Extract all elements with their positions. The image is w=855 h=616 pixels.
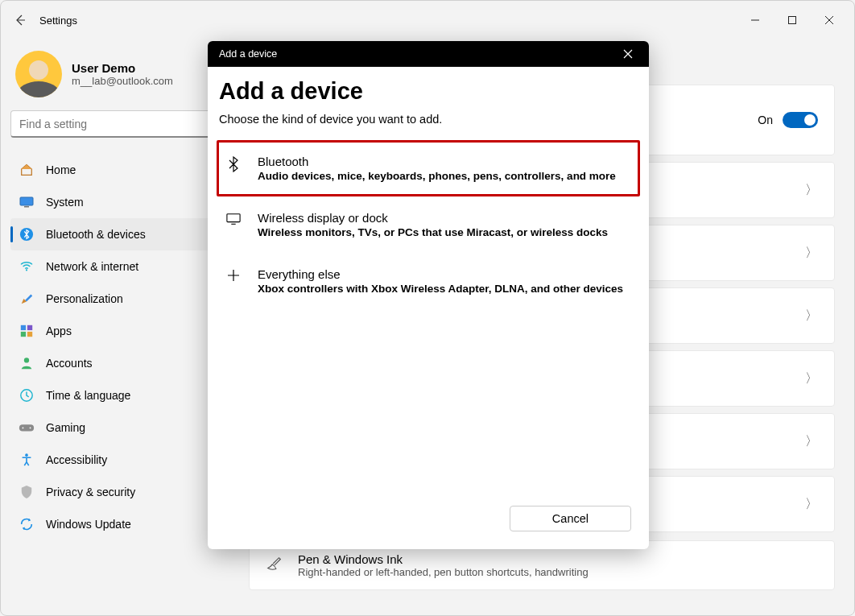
option-everything-else[interactable]: Everything else Xbox controllers with Xb… xyxy=(219,253,638,309)
svg-point-14 xyxy=(25,453,28,457)
svg-rect-7 xyxy=(21,332,26,337)
profile-name: User Demo xyxy=(72,61,173,75)
minimize-button[interactable] xyxy=(737,7,774,33)
profile-email: m__lab@outlook.com xyxy=(72,75,173,87)
brush-icon xyxy=(19,291,35,307)
person-icon xyxy=(19,355,35,371)
option-title: Wireless display or dock xyxy=(258,211,608,225)
back-button[interactable] xyxy=(7,7,33,33)
accessibility-icon xyxy=(19,452,35,468)
option-subtitle: Audio devices, mice, keyboards, phones, … xyxy=(258,170,616,182)
sidebar-item-label: Gaming xyxy=(46,421,85,434)
bluetooth-toggle[interactable] xyxy=(783,112,818,128)
bluetooth-icon xyxy=(225,156,242,172)
modal-subtitle: Choose the kind of device you want to ad… xyxy=(219,113,638,126)
pen-title: Pen & Windows Ink xyxy=(298,552,589,566)
option-subtitle: Xbox controllers with Xbox Wireless Adap… xyxy=(258,283,623,295)
modal-header-title: Add a device xyxy=(219,48,277,60)
sidebar-item-system[interactable]: System xyxy=(10,186,233,218)
svg-rect-8 xyxy=(27,332,32,337)
window-controls xyxy=(737,7,848,33)
svg-rect-11 xyxy=(19,424,34,431)
sidebar-item-label: Home xyxy=(46,163,76,176)
back-arrow-icon xyxy=(14,14,27,27)
sidebar-item-windows-update[interactable]: Windows Update xyxy=(10,508,233,540)
wifi-icon xyxy=(19,258,35,275)
maximize-button[interactable] xyxy=(774,7,811,33)
app-title: Settings xyxy=(39,14,77,27)
option-title: Everything else xyxy=(258,267,623,281)
svg-rect-15 xyxy=(227,214,240,222)
modal-title: Add a device xyxy=(219,78,638,105)
sidebar-item-label: Bluetooth & devices xyxy=(46,228,146,241)
chevron-right-icon: 〉 xyxy=(805,245,818,262)
sidebar-item-apps[interactable]: Apps xyxy=(10,315,233,347)
monitor-icon xyxy=(225,213,242,225)
svg-rect-1 xyxy=(20,197,33,205)
sidebar-item-gaming[interactable]: Gaming xyxy=(10,411,233,444)
option-title: Bluetooth xyxy=(258,155,616,168)
sidebar-item-privacy[interactable]: Privacy & security xyxy=(10,476,233,508)
close-button[interactable] xyxy=(811,7,848,33)
system-icon xyxy=(19,194,35,210)
pen-subtitle: Right-handed or left-handed, pen button … xyxy=(298,566,589,578)
chevron-right-icon: 〉 xyxy=(805,496,818,513)
chevron-right-icon: 〉 xyxy=(805,308,818,325)
svg-point-12 xyxy=(23,428,24,429)
chevron-right-icon: 〉 xyxy=(805,370,818,387)
svg-rect-0 xyxy=(789,17,796,24)
modal-close-button[interactable] xyxy=(618,44,638,64)
chevron-right-icon: 〉 xyxy=(805,433,818,450)
chevron-right-icon: 〉 xyxy=(805,182,818,199)
modal-footer: Cancel xyxy=(208,496,649,549)
svg-point-9 xyxy=(24,358,29,362)
sidebar-item-label: Accessibility xyxy=(46,453,107,466)
sidebar-item-label: System xyxy=(46,196,84,209)
close-icon xyxy=(623,49,633,59)
sidebar-item-bluetooth-devices[interactable]: Bluetooth & devices xyxy=(10,218,233,250)
option-wireless-display[interactable]: Wireless display or dock Wireless monito… xyxy=(219,196,638,253)
bluetooth-icon xyxy=(19,226,35,242)
search-input[interactable] xyxy=(10,110,233,138)
sidebar-item-label: Network & internet xyxy=(46,260,138,273)
add-device-modal: Add a device Add a device Choose the kin… xyxy=(208,41,649,549)
option-bluetooth[interactable]: Bluetooth Audio devices, mice, keyboards… xyxy=(217,140,640,196)
sidebar-item-home[interactable]: Home xyxy=(10,154,233,186)
gamepad-icon xyxy=(19,420,35,436)
apps-icon xyxy=(19,323,35,339)
titlebar: Settings xyxy=(1,1,854,39)
shield-icon xyxy=(19,484,35,500)
option-subtitle: Wireless monitors, TVs, or PCs that use … xyxy=(258,226,608,238)
sidebar-item-label: Time & language xyxy=(46,389,130,402)
avatar xyxy=(15,51,62,97)
svg-point-13 xyxy=(30,428,31,429)
sidebar: User Demo m__lab@outlook.com Home System… xyxy=(1,39,242,615)
cancel-button[interactable]: Cancel xyxy=(510,506,631,531)
profile-block[interactable]: User Demo m__lab@outlook.com xyxy=(10,46,233,110)
svg-rect-2 xyxy=(24,206,29,208)
modal-header: Add a device xyxy=(208,41,649,67)
modal-body: Add a device Choose the kind of device y… xyxy=(208,67,649,496)
svg-point-4 xyxy=(26,269,27,271)
svg-rect-5 xyxy=(21,325,26,330)
sidebar-item-label: Apps xyxy=(46,325,72,337)
svg-rect-6 xyxy=(27,325,32,330)
sidebar-item-personalization[interactable]: Personalization xyxy=(10,283,233,315)
sidebar-item-label: Windows Update xyxy=(46,518,131,531)
nav-list: Home System Bluetooth & devices Network … xyxy=(10,154,233,540)
sidebar-item-time-language[interactable]: Time & language xyxy=(10,379,233,411)
sidebar-item-label: Personalization xyxy=(46,292,123,305)
sidebar-item-network[interactable]: Network & internet xyxy=(10,250,233,283)
pen-icon xyxy=(266,555,283,576)
plus-icon xyxy=(225,269,242,282)
clock-icon xyxy=(19,387,35,403)
update-icon xyxy=(19,516,35,532)
home-icon xyxy=(19,162,35,178)
toggle-label: On xyxy=(758,114,773,126)
sidebar-item-accessibility[interactable]: Accessibility xyxy=(10,444,233,476)
sidebar-item-label: Privacy & security xyxy=(46,486,135,498)
sidebar-item-label: Accounts xyxy=(46,357,93,370)
sidebar-item-accounts[interactable]: Accounts xyxy=(10,347,233,379)
